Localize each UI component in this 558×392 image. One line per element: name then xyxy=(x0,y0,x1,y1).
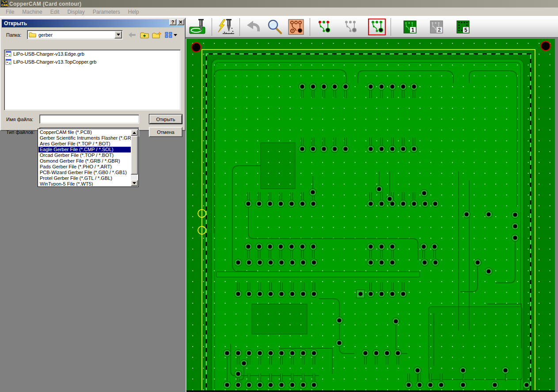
filetype-option[interactable]: Pads Gerber File (*.PHO / *.ART) xyxy=(38,164,131,170)
engrave-button[interactable] xyxy=(216,17,236,37)
dialog-close-button[interactable] xyxy=(177,19,184,25)
coppercam-app-icon: CAM xyxy=(1,0,8,7)
file-list[interactable]: LiPo-USB-Charger-v13.Edge.grb LiPo-USB-C… xyxy=(4,49,181,110)
coppercam-window: CAM CopperCAM (Card contour) File Machin… xyxy=(0,0,558,392)
contour-mill-button[interactable] xyxy=(188,17,208,37)
triangle-up-icon xyxy=(133,132,136,134)
menu-bar: File Machine Edit Display Parameters Hel… xyxy=(0,8,558,16)
open-button[interactable]: Открыть xyxy=(149,114,182,124)
file-list-item[interactable]: LiPo-USB-Charger-v13.Edge.grb xyxy=(4,50,180,58)
up-folder-button[interactable] xyxy=(139,30,150,40)
filename-label: Имя файла: xyxy=(6,117,33,122)
filetype-option-selected[interactable]: Eagle Gerber File (*.CMP / *.SOL) xyxy=(38,147,131,152)
menu-machine[interactable]: Machine xyxy=(18,8,46,16)
back-button[interactable] xyxy=(127,30,137,40)
tracks-gray-button[interactable] xyxy=(340,17,361,37)
folder-label: Папка: xyxy=(6,32,21,38)
layer-5-icon: 5 xyxy=(456,20,470,34)
tracks-gray-icon xyxy=(344,20,357,34)
filetype-option[interactable]: WinTypon-5 File (*.WT5) xyxy=(38,181,131,186)
window-title: CopperCAM (Card contour) xyxy=(9,1,81,7)
scroll-down-button[interactable] xyxy=(131,180,138,186)
filetype-option[interactable]: Osmond Gerber File (*.GRB / *.GBR) xyxy=(38,158,131,164)
menu-display[interactable]: Display xyxy=(63,8,88,16)
dropdown-scrollbar[interactable] xyxy=(131,129,138,186)
contour-mill-icon xyxy=(189,19,207,35)
tracks-selected-icon xyxy=(371,20,383,34)
file-name: LiPo-USB-Charger-v13.Edge.grb xyxy=(13,51,84,57)
menu-help[interactable]: Help xyxy=(124,8,143,16)
scroll-up-button[interactable] xyxy=(131,129,138,136)
new-folder-icon xyxy=(152,31,162,38)
filetype-dropdown-list: CopperCAM file (*.PCB) Gerber Scientific… xyxy=(38,129,139,187)
close-icon xyxy=(179,20,182,24)
menu-parameters[interactable]: Parameters xyxy=(89,8,124,16)
filetype-option[interactable]: Gerber Scientific Intruments Flasher (*.… xyxy=(38,135,131,141)
toolbar-separator xyxy=(391,18,391,36)
svg-text:CAM: CAM xyxy=(1,4,8,7)
undo-button[interactable] xyxy=(243,17,264,37)
layer-1-button[interactable]: 1 xyxy=(400,17,420,37)
filename-input[interactable] xyxy=(39,114,139,124)
copper-board-button[interactable] xyxy=(286,17,306,37)
toolbar-separator xyxy=(239,18,240,36)
new-folder-button[interactable] xyxy=(152,30,162,40)
tracks-colored-button[interactable] xyxy=(314,17,334,37)
up-folder-icon xyxy=(140,31,149,38)
folder-icon xyxy=(29,32,37,38)
engrave-icon xyxy=(217,19,235,35)
file-name: LiPo-USB-Charger-v13.TopCopper.grb xyxy=(13,59,96,65)
folder-dropdown-button[interactable] xyxy=(114,31,122,38)
filetype-option[interactable]: Orcad Gerber File (*.TOP / *.BOT) xyxy=(38,152,131,158)
filetype-option[interactable]: CopperCAM file (*.PCB) xyxy=(38,129,131,135)
filetype-label: Тип файлов: xyxy=(6,129,34,135)
open-dialog: Открыть ? Папка: gerber xyxy=(0,18,186,131)
menu-file[interactable]: File xyxy=(2,8,18,16)
scrollbar-thumb[interactable] xyxy=(131,136,138,175)
undo-icon xyxy=(245,20,262,34)
dialog-help-button[interactable]: ? xyxy=(169,19,176,25)
layer-2-button[interactable]: 2 xyxy=(426,17,447,37)
cancel-button[interactable]: Отмена xyxy=(149,127,182,137)
filetype-option[interactable]: PCB-Wizard Gerber File (*.GB0 / *.GB1) xyxy=(38,170,131,175)
pcb-board-render xyxy=(186,39,555,392)
zoom-button[interactable] xyxy=(265,17,285,37)
filetype-option[interactable]: Ares Gerber File (*.TOP / *.BOT) xyxy=(38,141,131,147)
folder-combobox[interactable]: gerber xyxy=(27,30,123,39)
file-list-item[interactable]: LiPo-USB-Charger-v13.TopCopper.grb xyxy=(4,58,180,66)
tracks-colored-icon xyxy=(318,20,330,34)
gerber-file-icon xyxy=(5,51,11,57)
chevron-down-icon xyxy=(174,34,177,36)
layer-2-icon: 2 xyxy=(430,20,443,34)
tracks-selected-button[interactable] xyxy=(367,17,387,37)
dialog-title: Открыть xyxy=(4,20,27,27)
views-grid-icon xyxy=(165,32,172,38)
toolbar-separator xyxy=(212,18,212,36)
filetype-option[interactable]: Protel Gerber File (*.GTL / *.GBL) xyxy=(38,175,131,181)
triangle-down-icon xyxy=(133,182,136,184)
layer-5-label: 5 xyxy=(464,27,467,33)
gerber-file-icon xyxy=(5,59,11,65)
pcb-view[interactable] xyxy=(186,39,555,392)
layer-5-button[interactable]: 5 xyxy=(453,17,473,37)
chevron-down-icon xyxy=(117,34,120,36)
toolbar-separator xyxy=(310,18,310,36)
views-button[interactable] xyxy=(164,30,178,40)
back-arrow-icon xyxy=(128,32,137,38)
layer-2-label: 2 xyxy=(438,27,441,33)
window-titlebar: CAM CopperCAM (Card contour) xyxy=(0,0,558,8)
copper-board-icon xyxy=(288,19,304,35)
layer-1-label: 1 xyxy=(411,27,414,33)
menu-edit[interactable]: Edit xyxy=(46,8,64,16)
folder-value: gerber xyxy=(37,32,114,38)
zoom-icon xyxy=(266,19,283,35)
dialog-titlebar[interactable]: Открыть xyxy=(2,19,184,27)
layer-1-icon: 1 xyxy=(403,20,417,34)
